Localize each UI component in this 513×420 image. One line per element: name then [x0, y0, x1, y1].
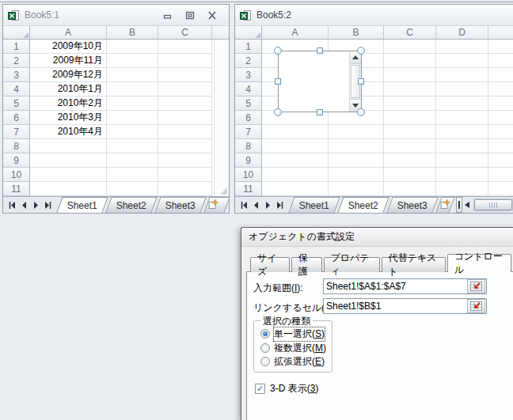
cell[interactable]: [30, 153, 107, 168]
first-sheet-icon[interactable]: [6, 199, 17, 211]
dialog-titlebar[interactable]: オブジェクトの書式設定: [241, 228, 513, 247]
resize-handle-bottom-right[interactable]: [357, 108, 365, 116]
cell[interactable]: [329, 125, 384, 139]
tab-control[interactable]: コントロール: [447, 254, 511, 272]
cell[interactable]: [488, 153, 513, 168]
column-header-b[interactable]: B: [107, 26, 158, 40]
row-header[interactable]: 8: [235, 139, 262, 153]
listbox-form-control[interactable]: [278, 51, 362, 112]
cell[interactable]: [158, 182, 212, 196]
cell[interactable]: [384, 54, 436, 68]
next-sheet-icon[interactable]: [30, 199, 41, 211]
cell[interactable]: [262, 182, 329, 196]
cell[interactable]: [384, 125, 436, 139]
cell[interactable]: [107, 153, 158, 168]
cell[interactable]: [488, 40, 513, 54]
sheet-tab-sheet2[interactable]: Sheet2: [105, 197, 157, 213]
cell[interactable]: [436, 96, 488, 111]
resize-handle-mid-left[interactable]: [275, 78, 281, 85]
cell[interactable]: [30, 139, 107, 153]
resize-handle-top-center[interactable]: [317, 47, 323, 54]
insert-sheet-tab[interactable]: [436, 197, 455, 213]
row-header[interactable]: 9: [3, 153, 30, 168]
cell[interactable]: [107, 111, 158, 125]
row-header[interactable]: 1: [235, 40, 262, 54]
sheet-tab-sheet2[interactable]: Sheet2: [337, 197, 389, 213]
last-sheet-icon[interactable]: [274, 199, 285, 211]
cell[interactable]: [30, 182, 107, 196]
row-header[interactable]: 6: [235, 111, 262, 125]
cell[interactable]: [107, 54, 158, 68]
sheet-tab-sheet3[interactable]: Sheet3: [386, 197, 438, 213]
cell[interactable]: [262, 168, 329, 182]
cell[interactable]: [488, 68, 513, 82]
resize-handle-bottom-left[interactable]: [274, 108, 282, 116]
row-header[interactable]: 7: [3, 125, 30, 139]
cell[interactable]: [30, 168, 107, 182]
cell[interactable]: [107, 168, 158, 182]
column-header-d[interactable]: D: [436, 26, 488, 40]
window1-titlebar[interactable]: Book5:1: [3, 5, 229, 26]
cell[interactable]: [158, 40, 212, 54]
cell[interactable]: [436, 54, 488, 68]
cell[interactable]: [488, 82, 513, 96]
cell[interactable]: [436, 111, 488, 125]
collapse-dialog-button[interactable]: [467, 279, 485, 293]
cell[interactable]: [384, 153, 436, 168]
row-header[interactable]: 9: [235, 153, 262, 168]
linked-cell-field[interactable]: Sheet1!$B$1: [323, 298, 487, 314]
radio-multi-select[interactable]: 複数選択(M): [260, 342, 326, 354]
cell[interactable]: [488, 125, 513, 139]
cell[interactable]: [107, 96, 158, 111]
scroll-left-icon[interactable]: [464, 197, 471, 213]
row-header[interactable]: 11: [235, 182, 262, 196]
resize-handle-mid-right[interactable]: [358, 78, 364, 85]
cell-a3[interactable]: 2009年12月: [30, 68, 107, 82]
row-header[interactable]: 1: [3, 40, 30, 54]
cell[interactable]: [107, 68, 158, 82]
row-header[interactable]: 7: [235, 125, 262, 139]
tab-split-handle[interactable]: [456, 197, 462, 213]
vertical-scrollbar[interactable]: [214, 40, 229, 196]
tab-alt-text[interactable]: 代替テキスト: [382, 257, 446, 272]
cell[interactable]: [329, 111, 384, 125]
radio-icon[interactable]: [260, 343, 270, 353]
close-icon[interactable]: [207, 10, 218, 20]
cell-a1[interactable]: 2009年10月: [30, 40, 107, 54]
cell[interactable]: [158, 68, 212, 82]
row-header[interactable]: 5: [235, 96, 262, 111]
row-header[interactable]: 11: [3, 182, 30, 196]
cell[interactable]: [158, 96, 212, 111]
input-range-field[interactable]: Sheet1!$A$1:$A$7: [323, 278, 487, 294]
row-header[interactable]: 3: [3, 68, 30, 82]
cell[interactable]: [436, 168, 488, 182]
resize-handle-top-left[interactable]: [274, 47, 282, 55]
cell[interactable]: [384, 168, 436, 182]
cell[interactable]: [384, 82, 436, 96]
row-header[interactable]: 8: [3, 139, 30, 153]
cell[interactable]: [384, 96, 436, 111]
column-header-a[interactable]: A: [30, 26, 107, 40]
row-header[interactable]: 2: [235, 54, 262, 68]
cell[interactable]: [488, 111, 513, 125]
cell[interactable]: [158, 54, 212, 68]
cell[interactable]: [488, 168, 513, 182]
cell[interactable]: [107, 125, 158, 139]
radio-selected-icon[interactable]: [260, 329, 270, 339]
cell[interactable]: [436, 68, 488, 82]
row-header[interactable]: 4: [3, 82, 30, 96]
tab-size[interactable]: サイズ: [250, 257, 290, 272]
cell[interactable]: [384, 40, 436, 54]
cell[interactable]: [107, 82, 158, 96]
cell[interactable]: [107, 40, 158, 54]
cell[interactable]: [158, 168, 212, 182]
select-all-corner[interactable]: [235, 26, 262, 40]
next-sheet-icon[interactable]: [262, 199, 273, 211]
checkbox-checked-icon[interactable]: ✓: [255, 384, 265, 394]
collapse-dialog-button[interactable]: [467, 299, 485, 313]
cell[interactable]: [158, 111, 212, 125]
cell-a7[interactable]: 2010年4月: [30, 125, 107, 139]
restore-icon[interactable]: [184, 10, 196, 20]
prev-sheet-icon[interactable]: [18, 199, 29, 211]
cell[interactable]: [329, 139, 384, 153]
